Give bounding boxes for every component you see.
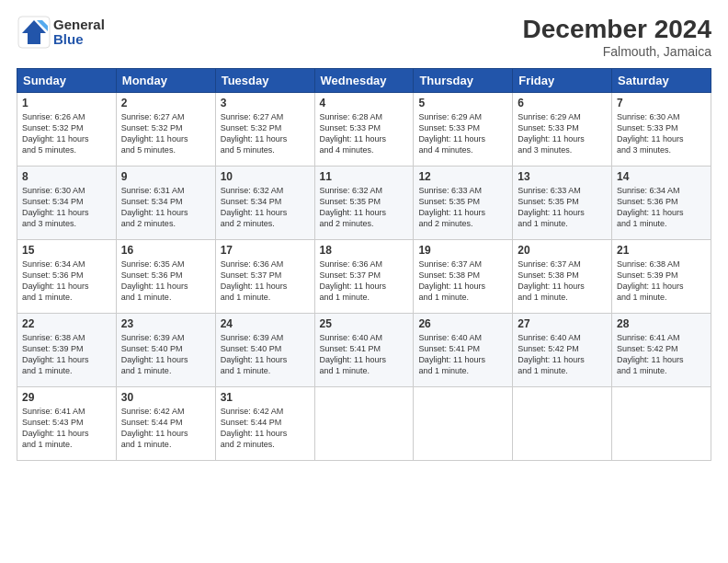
cell-sun-info: Sunrise: 6:28 AM Sunset: 5:33 PM Dayligh… bbox=[320, 111, 409, 156]
cell-sun-info: Sunrise: 6:30 AM Sunset: 5:33 PM Dayligh… bbox=[617, 111, 706, 156]
calendar-cell: 31Sunrise: 6:42 AM Sunset: 5:44 PM Dayli… bbox=[215, 387, 314, 461]
day-number: 26 bbox=[418, 317, 507, 330]
calendar-cell: 6Sunrise: 6:29 AM Sunset: 5:33 PM Daylig… bbox=[513, 93, 612, 167]
col-friday: Friday bbox=[513, 69, 612, 93]
day-number: 14 bbox=[617, 170, 706, 183]
logo-general-text: General bbox=[53, 17, 105, 33]
col-monday: Monday bbox=[116, 69, 215, 93]
calendar-cell: 15Sunrise: 6:34 AM Sunset: 5:36 PM Dayli… bbox=[17, 240, 117, 314]
day-number: 2 bbox=[121, 97, 210, 109]
calendar-cell: 20Sunrise: 6:37 AM Sunset: 5:38 PM Dayli… bbox=[513, 240, 612, 314]
cell-sun-info: Sunrise: 6:35 AM Sunset: 5:36 PM Dayligh… bbox=[121, 259, 210, 304]
cell-sun-info: Sunrise: 6:29 AM Sunset: 5:33 PM Dayligh… bbox=[418, 111, 507, 156]
calendar-cell bbox=[414, 387, 513, 461]
calendar-cell: 28Sunrise: 6:41 AM Sunset: 5:42 PM Dayli… bbox=[612, 314, 711, 387]
day-number: 29 bbox=[22, 391, 111, 404]
day-number: 15 bbox=[22, 244, 111, 257]
calendar-cell: 26Sunrise: 6:40 AM Sunset: 5:41 PM Dayli… bbox=[414, 314, 513, 387]
day-number: 8 bbox=[22, 170, 111, 183]
calendar-cell bbox=[314, 387, 414, 461]
cell-sun-info: Sunrise: 6:38 AM Sunset: 5:39 PM Dayligh… bbox=[617, 259, 706, 304]
day-number: 5 bbox=[418, 97, 507, 109]
calendar-cell: 8Sunrise: 6:30 AM Sunset: 5:34 PM Daylig… bbox=[17, 167, 117, 240]
calendar-cell: 22Sunrise: 6:38 AM Sunset: 5:39 PM Dayli… bbox=[17, 314, 117, 387]
calendar-cell: 1Sunrise: 6:26 AM Sunset: 5:32 PM Daylig… bbox=[17, 93, 117, 167]
calendar-table: Sunday Monday Tuesday Wednesday Thursday… bbox=[17, 68, 711, 461]
calendar-cell: 10Sunrise: 6:32 AM Sunset: 5:34 PM Dayli… bbox=[215, 167, 314, 240]
month-year: December 2024 bbox=[523, 15, 711, 44]
cell-sun-info: Sunrise: 6:42 AM Sunset: 5:44 PM Dayligh… bbox=[221, 406, 310, 451]
calendar-header-row: Sunday Monday Tuesday Wednesday Thursday… bbox=[17, 69, 711, 93]
cell-sun-info: Sunrise: 6:41 AM Sunset: 5:42 PM Dayligh… bbox=[617, 332, 706, 377]
day-number: 13 bbox=[518, 170, 607, 183]
calendar-cell: 18Sunrise: 6:36 AM Sunset: 5:37 PM Dayli… bbox=[314, 240, 414, 314]
day-number: 17 bbox=[221, 244, 310, 257]
calendar-cell: 24Sunrise: 6:39 AM Sunset: 5:40 PM Dayli… bbox=[215, 314, 314, 387]
day-number: 25 bbox=[320, 317, 409, 330]
calendar-cell: 16Sunrise: 6:35 AM Sunset: 5:36 PM Dayli… bbox=[116, 240, 215, 314]
calendar-week-1: 1Sunrise: 6:26 AM Sunset: 5:32 PM Daylig… bbox=[17, 93, 711, 167]
cell-sun-info: Sunrise: 6:36 AM Sunset: 5:37 PM Dayligh… bbox=[320, 259, 409, 304]
calendar-cell: 4Sunrise: 6:28 AM Sunset: 5:33 PM Daylig… bbox=[314, 93, 414, 167]
cell-sun-info: Sunrise: 6:40 AM Sunset: 5:42 PM Dayligh… bbox=[518, 332, 607, 377]
day-number: 31 bbox=[221, 391, 310, 404]
location: Falmouth, Jamaica bbox=[523, 44, 711, 59]
day-number: 23 bbox=[121, 317, 210, 330]
day-number: 27 bbox=[518, 317, 607, 330]
day-number: 16 bbox=[121, 244, 210, 257]
cell-sun-info: Sunrise: 6:39 AM Sunset: 5:40 PM Dayligh… bbox=[221, 332, 310, 377]
day-number: 22 bbox=[22, 317, 111, 330]
title-block: December 2024 Falmouth, Jamaica bbox=[523, 15, 711, 59]
calendar-cell: 2Sunrise: 6:27 AM Sunset: 5:32 PM Daylig… bbox=[116, 93, 215, 167]
calendar-cell: 3Sunrise: 6:27 AM Sunset: 5:32 PM Daylig… bbox=[215, 93, 314, 167]
cell-sun-info: Sunrise: 6:38 AM Sunset: 5:39 PM Dayligh… bbox=[22, 332, 111, 377]
calendar-cell: 19Sunrise: 6:37 AM Sunset: 5:38 PM Dayli… bbox=[414, 240, 513, 314]
day-number: 7 bbox=[617, 97, 706, 109]
col-thursday: Thursday bbox=[414, 69, 513, 93]
calendar-cell bbox=[513, 387, 612, 461]
cell-sun-info: Sunrise: 6:32 AM Sunset: 5:34 PM Dayligh… bbox=[221, 185, 310, 230]
cell-sun-info: Sunrise: 6:36 AM Sunset: 5:37 PM Dayligh… bbox=[221, 259, 310, 304]
page: General Blue December 2024 Falmouth, Jam… bbox=[0, 0, 728, 563]
col-tuesday: Tuesday bbox=[215, 69, 314, 93]
day-number: 18 bbox=[320, 244, 409, 257]
cell-sun-info: Sunrise: 6:41 AM Sunset: 5:43 PM Dayligh… bbox=[22, 406, 111, 451]
day-number: 30 bbox=[121, 391, 210, 404]
calendar-cell: 29Sunrise: 6:41 AM Sunset: 5:43 PM Dayli… bbox=[17, 387, 117, 461]
day-number: 12 bbox=[418, 170, 507, 183]
calendar-cell: 23Sunrise: 6:39 AM Sunset: 5:40 PM Dayli… bbox=[116, 314, 215, 387]
calendar-cell: 13Sunrise: 6:33 AM Sunset: 5:35 PM Dayli… bbox=[513, 167, 612, 240]
logo-icon bbox=[17, 15, 51, 50]
day-number: 11 bbox=[320, 170, 409, 183]
day-number: 24 bbox=[221, 317, 310, 330]
cell-sun-info: Sunrise: 6:27 AM Sunset: 5:32 PM Dayligh… bbox=[221, 111, 310, 156]
cell-sun-info: Sunrise: 6:26 AM Sunset: 5:32 PM Dayligh… bbox=[22, 111, 111, 156]
calendar-week-4: 22Sunrise: 6:38 AM Sunset: 5:39 PM Dayli… bbox=[17, 314, 711, 387]
col-saturday: Saturday bbox=[612, 69, 711, 93]
calendar-cell: 17Sunrise: 6:36 AM Sunset: 5:37 PM Dayli… bbox=[215, 240, 314, 314]
day-number: 20 bbox=[518, 244, 607, 257]
col-wednesday: Wednesday bbox=[314, 69, 414, 93]
cell-sun-info: Sunrise: 6:32 AM Sunset: 5:35 PM Dayligh… bbox=[320, 185, 409, 230]
cell-sun-info: Sunrise: 6:27 AM Sunset: 5:32 PM Dayligh… bbox=[121, 111, 210, 156]
calendar-week-2: 8Sunrise: 6:30 AM Sunset: 5:34 PM Daylig… bbox=[17, 167, 711, 240]
calendar-cell: 30Sunrise: 6:42 AM Sunset: 5:44 PM Dayli… bbox=[116, 387, 215, 461]
day-number: 1 bbox=[22, 97, 111, 109]
cell-sun-info: Sunrise: 6:37 AM Sunset: 5:38 PM Dayligh… bbox=[518, 259, 607, 304]
calendar-cell: 9Sunrise: 6:31 AM Sunset: 5:34 PM Daylig… bbox=[116, 167, 215, 240]
logo: General Blue bbox=[17, 15, 105, 50]
cell-sun-info: Sunrise: 6:31 AM Sunset: 5:34 PM Dayligh… bbox=[121, 185, 210, 230]
cell-sun-info: Sunrise: 6:34 AM Sunset: 5:36 PM Dayligh… bbox=[617, 185, 706, 230]
cell-sun-info: Sunrise: 6:39 AM Sunset: 5:40 PM Dayligh… bbox=[121, 332, 210, 377]
day-number: 3 bbox=[221, 97, 310, 109]
calendar-cell: 7Sunrise: 6:30 AM Sunset: 5:33 PM Daylig… bbox=[612, 93, 711, 167]
day-number: 9 bbox=[121, 170, 210, 183]
cell-sun-info: Sunrise: 6:37 AM Sunset: 5:38 PM Dayligh… bbox=[418, 259, 507, 304]
cell-sun-info: Sunrise: 6:34 AM Sunset: 5:36 PM Dayligh… bbox=[22, 259, 111, 304]
calendar-week-5: 29Sunrise: 6:41 AM Sunset: 5:43 PM Dayli… bbox=[17, 387, 711, 461]
day-number: 28 bbox=[617, 317, 706, 330]
cell-sun-info: Sunrise: 6:33 AM Sunset: 5:35 PM Dayligh… bbox=[518, 185, 607, 230]
calendar-cell: 21Sunrise: 6:38 AM Sunset: 5:39 PM Dayli… bbox=[612, 240, 711, 314]
day-number: 19 bbox=[418, 244, 507, 257]
cell-sun-info: Sunrise: 6:42 AM Sunset: 5:44 PM Dayligh… bbox=[121, 406, 210, 451]
